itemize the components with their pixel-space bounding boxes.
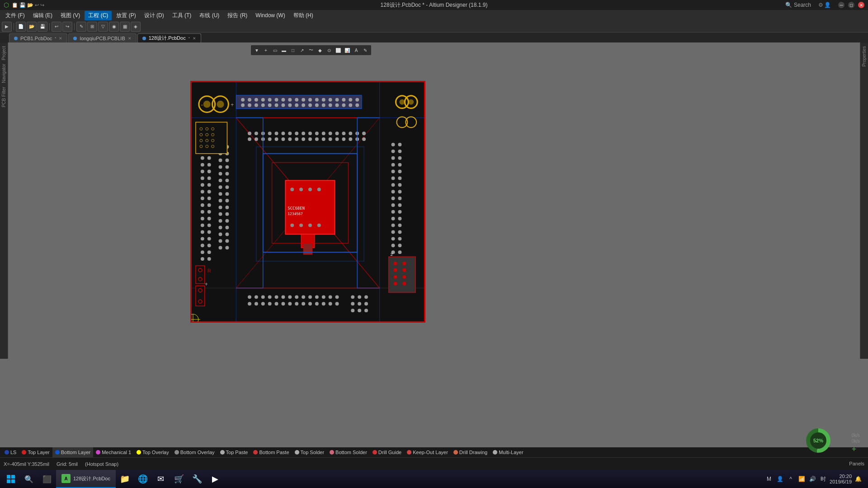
settings-icon[interactable]: ⚙: [818, 2, 823, 8]
tb-btn-extra2[interactable]: ⊞: [87, 22, 97, 32]
close-button[interactable]: ✕: [858, 2, 864, 8]
taskbar-settings[interactable]: 🔧: [188, 470, 206, 488]
tab-close-3[interactable]: ✕: [193, 36, 196, 41]
taskbar-store[interactable]: 🛒: [170, 470, 188, 488]
menu-reports[interactable]: 报告 (R): [224, 11, 251, 20]
layer-drill-drawing[interactable]: Drill Drawing: [451, 447, 490, 457]
ftb-rect[interactable]: ▭: [271, 46, 279, 54]
panels-button[interactable]: Panels: [849, 461, 864, 466]
layer-drill-guide[interactable]: Drill Guide: [370, 447, 404, 457]
start-button[interactable]: [2, 470, 20, 488]
extra-icon: ▶: [210, 474, 221, 484]
window-controls[interactable]: ─ □ ✕: [838, 2, 864, 8]
ftb-dot[interactable]: ⊙: [325, 46, 333, 54]
panel-navigator[interactable]: Navigator: [1, 62, 6, 85]
layer-label-mechanical: Mechanical 1: [102, 450, 131, 455]
taskbar-mail[interactable]: ✉: [152, 470, 170, 488]
menu-window[interactable]: Window (W): [252, 11, 288, 19]
taskbar-explorer[interactable]: 📁: [116, 470, 134, 488]
menu-design[interactable]: 设计 (D): [141, 11, 168, 20]
panel-project[interactable]: Project: [1, 44, 6, 62]
layer-top-paste[interactable]: Top Paste: [217, 447, 251, 457]
menu-edit[interactable]: 编辑 (E): [29, 11, 56, 20]
taskbar-extra[interactable]: ▶: [206, 470, 224, 488]
tb-open[interactable]: 📂: [27, 22, 37, 32]
ftb-cursor[interactable]: ↗: [298, 46, 306, 54]
add-button[interactable]: +: [852, 445, 857, 454]
menu-view[interactable]: 视图 (V): [57, 11, 84, 20]
ftb-filter[interactable]: ▼: [253, 46, 261, 54]
layer-mechanical[interactable]: Mechanical 1: [93, 447, 134, 457]
tray-m[interactable]: M: [764, 474, 774, 483]
tray-ime[interactable]: 时: [819, 474, 828, 483]
layer-keepout[interactable]: Keep-Out Layer: [404, 447, 451, 457]
tray-user[interactable]: 👤: [775, 474, 784, 483]
panel-pcbfilter[interactable]: PCB Filter: [1, 85, 6, 109]
ftb-text[interactable]: A: [352, 46, 360, 54]
layer-top[interactable]: Top Layer: [19, 447, 52, 457]
tb-save[interactable]: 💾: [38, 22, 47, 32]
search-bar[interactable]: 🔍 Search: [785, 2, 811, 8]
taskbar-clock[interactable]: 20:20 2019/6/19: [830, 474, 852, 484]
tb-btn-extra4[interactable]: ◉: [109, 22, 119, 32]
tb-btn-extra6[interactable]: ◈: [131, 22, 141, 32]
tray-up[interactable]: ^: [786, 474, 795, 483]
ftb-square[interactable]: □: [289, 46, 297, 54]
layer-ls[interactable]: LS: [2, 447, 19, 457]
tb-btn-extra5[interactable]: ▦: [120, 22, 130, 32]
taskbar-search[interactable]: 🔍: [20, 470, 38, 488]
ftb-wave[interactable]: 〜: [307, 46, 315, 54]
layer-bottom[interactable]: Bottom Layer: [52, 447, 93, 457]
tb-new[interactable]: 📄: [16, 22, 26, 32]
tab-pcblib[interactable]: longqiuPCB.PCBLIB ✕: [68, 33, 136, 42]
tab-pcb1[interactable]: PCB1.PcbDoc * ✕: [9, 33, 67, 42]
zoom-indicator[interactable]: 52%: [805, 427, 832, 454]
floating-toolbar: ▼ + ▭ ▬ □ ↗ 〜 ◆ ⊙ ⬜ 📊 A ✎: [251, 45, 371, 55]
svg-point-101: [208, 203, 211, 207]
layer-top-overlay[interactable]: Top Overlay: [134, 447, 172, 457]
taskbar-taskview[interactable]: ⬛: [38, 470, 56, 488]
menu-tools[interactable]: 工具 (T): [169, 11, 195, 20]
layer-bottom-paste[interactable]: Bottom Paste: [250, 447, 292, 457]
minimize-button[interactable]: ─: [838, 2, 844, 8]
maximize-button[interactable]: □: [848, 2, 854, 8]
canvas-area[interactable]: - +: [8, 42, 860, 336]
menu-help[interactable]: 帮助 (H): [290, 11, 317, 20]
svg-point-90: [201, 170, 204, 174]
tray-volume[interactable]: 🔊: [808, 474, 817, 483]
tb-btn-extra3[interactable]: ▽: [98, 22, 108, 32]
layer-bottom-solder[interactable]: Bottom Solder: [327, 447, 370, 457]
layer-bottom-overlay[interactable]: Bottom Overlay: [172, 447, 217, 457]
tb-undo[interactable]: ↩: [52, 22, 61, 32]
svg-point-256: [317, 224, 321, 227]
pcb-board[interactable]: - +: [190, 81, 425, 323]
tray-network[interactable]: 📶: [797, 474, 806, 483]
notifications-icon[interactable]: 🔔: [854, 474, 863, 483]
ftb-graph[interactable]: 📊: [343, 46, 351, 54]
ftb-pin[interactable]: ◆: [316, 46, 324, 54]
tb-redo[interactable]: ↪: [62, 22, 72, 32]
menu-route[interactable]: 布线 (U): [196, 11, 223, 20]
tab-128design[interactable]: 128设计.PcbDoc * ✕: [137, 33, 201, 42]
ftb-box[interactable]: ⬜: [334, 46, 342, 54]
tab-close-2[interactable]: ✕: [128, 36, 132, 41]
ftb-bar[interactable]: ▬: [280, 46, 288, 54]
ftb-pen[interactable]: ✎: [361, 46, 369, 54]
layer-dot-bottom-overlay: [175, 450, 179, 455]
tab-close-1[interactable]: ✕: [59, 36, 62, 41]
taskbar-edge[interactable]: 🌐: [134, 470, 152, 488]
ftb-plus[interactable]: +: [262, 46, 270, 54]
tb-btn-extra1[interactable]: ✎: [76, 22, 86, 32]
svg-point-186: [248, 295, 251, 299]
tb-btn-1[interactable]: ▶: [2, 22, 12, 32]
menu-place[interactable]: 放置 (P): [113, 11, 139, 20]
layer-multi[interactable]: Multi-Layer: [490, 447, 526, 457]
layer-top-solder[interactable]: Top Solder: [292, 447, 327, 457]
svg-point-128: [219, 178, 222, 182]
menu-file[interactable]: 文件 (F): [2, 11, 28, 20]
taskbar-altium[interactable]: A 128设计.PcbDoc: [56, 470, 116, 488]
menu-project[interactable]: 工程 (C): [85, 11, 112, 20]
panel-properties[interactable]: Properties: [862, 44, 867, 69]
user-icon[interactable]: 👤: [824, 2, 831, 8]
svg-point-183: [398, 250, 401, 254]
